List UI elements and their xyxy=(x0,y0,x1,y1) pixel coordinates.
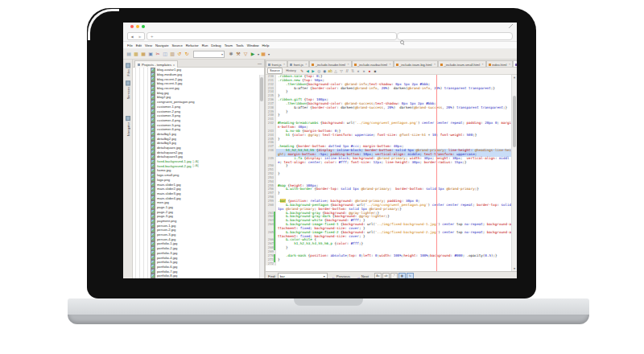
shift-left-icon[interactable]: « xyxy=(356,68,361,74)
find-icon[interactable]: ◎ xyxy=(316,68,321,74)
close-tab-icon[interactable]: × xyxy=(283,63,285,66)
side-tab-navigator[interactable]: Navigator xyxy=(126,116,130,136)
build-hammer-icon[interactable]: ⚒ xyxy=(235,51,242,58)
profile-icon[interactable]: ▦ xyxy=(260,51,266,58)
regex-toggle[interactable]: .* xyxy=(390,273,398,278)
resize-icon[interactable] xyxy=(509,24,513,28)
scroll-down-icon[interactable]: ▼ xyxy=(512,266,517,271)
editor-tab--include-team-big-html[interactable]: _include-team-big.html× xyxy=(394,60,439,68)
chevron-down-icon[interactable]: ▾ xyxy=(258,52,259,56)
copy-icon[interactable]: ◫ xyxy=(162,51,168,58)
close-tab-icon[interactable]: × xyxy=(482,63,484,66)
find-next-button[interactable]: → Next xyxy=(354,273,371,278)
editor-tab--include-header-html[interactable]: _include-header.html× xyxy=(309,60,351,68)
editor-tab-style-less[interactable]: style.less× xyxy=(513,60,517,68)
menu-item-edit[interactable]: Edit xyxy=(136,43,142,47)
menu-item-navigate[interactable]: Navigate xyxy=(155,43,169,47)
chevron-down-icon[interactable]: ▾ xyxy=(268,52,270,56)
editor-tab--include-navbar-html[interactable]: _include-navbar.html× xyxy=(352,60,394,68)
editor-tab-front-js[interactable]: front.js× xyxy=(266,60,287,68)
code-editor[interactable]: ▲ ▼ 230.ribbon.sale {top: 0;}231.ribbon.… xyxy=(266,75,517,271)
find-previous-button[interactable]: ← Previous xyxy=(329,273,353,278)
whole-words-toggle[interactable]: ab xyxy=(382,273,390,278)
uncomment-icon[interactable]: \\ xyxy=(350,68,355,74)
back-icon[interactable]: ◀ xyxy=(130,35,133,39)
file-name: main-slider4.jpg xyxy=(157,196,181,200)
address-bar[interactable]: + xyxy=(147,32,397,40)
tab-label: _include-header.html xyxy=(316,63,345,67)
search-input[interactable] xyxy=(397,32,513,40)
configuration-combo[interactable]: ▾ xyxy=(193,51,225,58)
match-case-toggle[interactable]: Aa xyxy=(374,273,382,278)
projects-scrollbar[interactable] xyxy=(259,75,264,278)
open-project-icon[interactable]: ▦ xyxy=(140,51,147,58)
history-view-button[interactable]: History xyxy=(283,68,298,74)
redo-icon[interactable]: ↻ xyxy=(184,51,190,58)
close-tab-icon[interactable]: × xyxy=(347,63,349,66)
find-selection-icon[interactable]: ◉ xyxy=(322,68,327,74)
file-name: logo.png xyxy=(157,178,170,182)
close-window-icon[interactable] xyxy=(130,25,134,28)
find-input[interactable]: bar ▾ xyxy=(278,273,328,278)
file-name: customer-6.png xyxy=(157,127,180,131)
forward-icon[interactable]: ▶ xyxy=(138,35,141,39)
editor-scrollbar[interactable]: ▲ ▼ xyxy=(511,75,517,271)
macro-record-icon[interactable]: ● xyxy=(367,68,372,74)
wrap-search-toggle[interactable]: ↻ xyxy=(407,273,414,278)
settings-icon[interactable]: ✱ xyxy=(228,51,234,58)
menu-item-tools[interactable]: Tools xyxy=(236,43,244,47)
close-tab-icon[interactable]: × xyxy=(389,63,390,66)
macro-stop-icon[interactable]: ■ xyxy=(373,68,378,74)
editor-tab-index-html[interactable]: index.html× xyxy=(486,60,513,68)
close-tab-icon[interactable]: × xyxy=(434,63,436,66)
code-line[interactable]: 249 i.fa {display: inline-block; backgro… xyxy=(266,157,517,165)
comment-icon[interactable]: // xyxy=(345,68,349,74)
cut-icon[interactable]: ✂ xyxy=(155,51,161,58)
source-view-button[interactable]: Source xyxy=(267,68,283,74)
menu-item-help[interactable]: Help xyxy=(262,43,270,47)
menu-item-file[interactable]: File xyxy=(127,43,133,47)
highlight-icon[interactable]: ab xyxy=(328,68,332,74)
menu-item-window[interactable]: Window xyxy=(247,43,259,47)
prev-bookmark-icon[interactable]: △ xyxy=(333,68,338,74)
menu-item-team[interactable]: Team xyxy=(225,43,233,47)
close-tab-icon[interactable]: × xyxy=(305,63,307,66)
highlight-results-toggle[interactable]: ▦ xyxy=(398,273,406,278)
side-tab-files[interactable]: Files xyxy=(126,63,130,76)
menu-item-source[interactable]: Source xyxy=(172,43,183,47)
projects-scrollbar-thumb[interactable] xyxy=(260,77,263,101)
run-icon[interactable]: ▶ xyxy=(250,51,256,58)
menu-item-refactor[interactable]: Refactor xyxy=(186,43,199,47)
side-tab-services[interactable]: Services xyxy=(126,80,130,99)
shift-right-icon[interactable]: » xyxy=(361,68,366,74)
new-file-icon[interactable]: ▤ xyxy=(126,51,132,58)
code-line[interactable]: 272 xyxy=(266,262,517,266)
menu-item-run[interactable]: Run xyxy=(202,43,208,47)
zoom-window-icon[interactable] xyxy=(142,25,145,28)
minimize-window-icon[interactable] xyxy=(136,25,139,28)
editor-scrollbar-thumb[interactable] xyxy=(513,96,516,147)
editor-tab--include-team-small-html[interactable]: _include-team-small.html× xyxy=(438,60,486,68)
scroll-up-icon[interactable]: ▲ xyxy=(512,75,517,80)
menu-item-view[interactable]: View xyxy=(145,43,152,47)
menu-item-debug[interactable]: Debug xyxy=(211,43,221,47)
last-edit-icon[interactable]: ✎ xyxy=(299,68,304,74)
projects-tab[interactable]: Projects - templates x xyxy=(134,60,178,68)
clean-build-icon[interactable]: ▽ xyxy=(242,51,249,58)
chevron-down-icon[interactable]: ▾ xyxy=(324,274,325,278)
projects-tab-label: Projects - templates xyxy=(142,63,171,67)
close-panel-icon[interactable]: x xyxy=(173,63,175,67)
forward-icon[interactable]: ▶ xyxy=(311,68,316,74)
minimize-panel-icon[interactable]: — xyxy=(258,61,262,66)
back-icon[interactable]: ◀ xyxy=(305,68,310,74)
editor-tab-front-js[interactable]: front.js× xyxy=(287,60,309,68)
nav-buttons[interactable]: ◀ ▶ xyxy=(127,32,145,40)
undo-icon[interactable]: ↺ xyxy=(176,51,183,58)
paste-icon[interactable]: ▥ xyxy=(169,51,175,58)
save-all-icon[interactable]: ▣ xyxy=(147,51,154,58)
next-bookmark-icon[interactable]: ▽ xyxy=(339,68,344,74)
side-tab-label: Files xyxy=(126,69,130,76)
file-name: logo-small.png xyxy=(157,173,179,177)
new-project-icon[interactable]: ▩ xyxy=(133,51,139,58)
close-tab-icon[interactable]: × xyxy=(509,63,510,66)
